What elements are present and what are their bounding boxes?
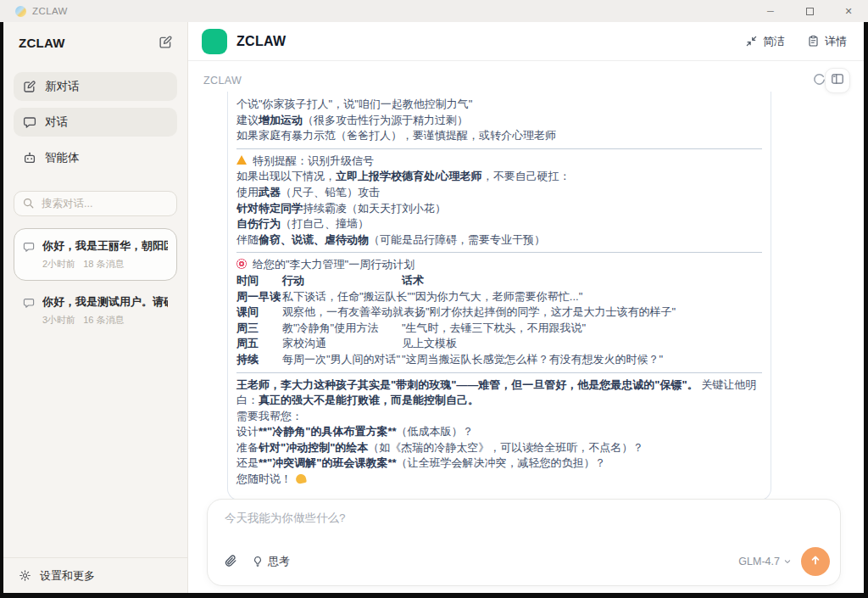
sidebar-item-chats[interactable]: 对话 [14,108,177,137]
lightbulb-icon [252,556,264,567]
warning-icon [236,155,247,165]
paperclip-icon[interactable] [223,554,238,569]
message-text: 您随时说！ [236,472,292,485]
message-text: 真正的强大不是能打败谁，而是能控制自己。 [259,394,479,406]
plan-table-header: 时间行动话术 [236,273,762,289]
muscle-icon [295,473,307,484]
header-actions: 简洁 详情 [745,34,847,49]
message-text: （如《杰瑞的冷静太空》，可以读给全班听，不点名）？ [368,441,643,454]
message-text: 准备 [236,441,259,454]
message-text: 个说"你家孩子打人"，说"咱们一起教他控制力气" [236,98,472,110]
plan-table-cell: "刚才你扶起摔倒的同学，这才是大力士该有的样子" [426,305,676,321]
conversation-item[interactable]: 你好，我是王丽华，朝阳区...2小时前18 条消息 [14,228,177,281]
sidebar: ZCLAW 新对话对话智能体 你好，我是王丽华，朝阳区...2小时前18 条消息… [3,22,188,593]
chat-bubble-icon [23,297,35,309]
conversation-time: 2小时前 [42,258,75,271]
message-divider [236,372,762,373]
plan-table-cell: 周三 [236,321,282,337]
app-frame: ZCLAW ─ ✕ ZCLAW 新对话对话智能体 你好，我是王丽华，朝阳区...… [0,0,868,598]
conversation-item[interactable]: 你好，我是测试用户。请确...3小时前16 条消息 [14,284,177,337]
message-text: **"冲突调解"的班会课教案** [259,456,397,469]
message-text: 增加运动 [259,114,303,126]
message-line: 如果出现以下情况，立即上报学校德育处/心理老师，不要自己硬扛： [236,169,762,185]
message-line: 特别提醒：识别升级信号 [236,154,762,170]
plan-table-row: 周五家校沟通见上文模板 [236,336,762,352]
sidebar-item-label: 对话 [45,115,68,130]
message-text: 使用 [236,186,259,198]
message-divider [236,148,762,149]
conversation-time: 3小时前 [42,314,75,327]
plan-table-cell: 见上文模板 [402,336,457,352]
close-icon: ✕ [844,6,852,17]
minimize-button[interactable]: ─ [751,0,790,22]
message-line: 准备针对"冲动控制"的绘本（如《杰瑞的冷静太空》，可以读给全班听，不点名）？ [236,440,762,456]
titlebar-app: ZCLAW [0,6,68,17]
message-text: （可能是品行障碍，需要专业干预） [369,233,545,246]
plan-table-cell: 时间 [236,273,282,289]
concise-mode-button[interactable]: 简洁 [745,34,785,49]
message-line: 伴随偷窃、说谎、虐待动物（可能是品行障碍，需要专业干预） [236,232,762,249]
robot-icon [23,151,36,165]
message-line: 使用武器（尺子、铅笔）攻击 [236,185,762,201]
message-text: 还是 [236,456,259,469]
compose-icon[interactable] [159,35,174,50]
maximize-icon [806,8,814,15]
message-text: 针对特定同学 [236,202,303,215]
panel-toggle-button[interactable] [825,68,850,93]
plan-table-cell: 观察他，一有友善举动就表扬 [282,305,426,321]
think-label: 思考 [268,554,290,569]
plan-table-cell: 教"冷静角"使用方法 [282,321,402,337]
plan-table-cell: 家校沟通 [282,336,402,352]
plan-table-cell: 周五 [236,336,282,352]
sidebar-item-label: 智能体 [45,150,80,165]
main-header: ZCLAW 简洁 详情 [188,22,864,61]
search-input[interactable] [14,191,177,216]
brand: ZCLAW [202,29,286,54]
plan-table-cell: "生气时，去锤三下枕头，不用跟我说" [402,321,586,337]
close-button[interactable]: ✕ [829,0,868,22]
message-line: 需要我帮您： [236,409,762,425]
conversation-title: 你好，我是王丽华，朝阳区... [42,238,168,254]
target-icon [236,259,247,269]
plan-table-row: 周一早读私下谈话，任命"搬运队长""因为你力气大，老师需要你帮忙..." [236,289,762,305]
assistant-message: 个说"你家孩子打人"，说"咱们一起教他控制力气"建议增加运动（很多攻击性行为源于… [227,92,771,500]
conversation-meta: 3小时前16 条消息 [42,314,168,327]
plan-table-cell: 持续 [236,352,282,368]
message-line: 设计**"冷静角"的具体布置方案**（低成本版）？ [236,424,762,440]
think-toggle[interactable]: 思考 [252,554,290,569]
message-text: 如果家庭有暴力示范（爸爸打人），要谨慎提醒，或转介心理老师 [236,129,556,142]
conversation-body: 你好，我是王丽华，朝阳区...2小时前18 条消息 [42,238,168,271]
sidebar-settings-button[interactable]: 设置和更多 [3,557,187,593]
plan-table-cell: "这周当搬运队长感觉怎么样？有没有想发火的时候？" [402,352,663,368]
message-text: 如果出现以下情况， [236,170,336,182]
message-text: （低成本版）？ [397,425,474,438]
message-text: 自伤行为 [236,217,281,230]
brand-logo-icon [202,29,227,54]
concise-label: 简洁 [763,34,785,49]
composer-toolbar: 思考 GLM-4.7 [223,547,830,576]
message-line: 您随时说！ [236,472,762,488]
sidebar-item-agents[interactable]: 智能体 [14,143,177,172]
conversation-list: 你好，我是王丽华，朝阳区...2小时前18 条消息你好，我是测试用户。请确...… [14,228,177,557]
send-button[interactable] [801,547,830,576]
message-text: 特别提醒：识别升级信号 [253,154,374,167]
details-mode-button[interactable]: 详情 [807,34,847,49]
message-text: 武器 [259,186,281,198]
model-selector[interactable]: GLM-4.7 [738,556,793,567]
message-line: 个说"你家孩子打人"，说"咱们一起教他控制力气" [236,97,762,113]
message-text: 偷窃、说谎、虐待动物 [259,233,369,246]
message-text: ，不要自己硬扛： [482,170,570,182]
sidebar-item-new-chat[interactable]: 新对话 [14,72,177,101]
message-line: 针对特定同学持续霸凌（如天天打刘小花） [236,201,762,217]
app-window: ZCLAW 新对话对话智能体 你好，我是王丽华，朝阳区...2小时前18 条消息… [3,22,864,593]
message-input[interactable] [225,511,823,524]
plan-table-cell: 私下谈话，任命"搬运队长" [282,289,411,305]
chat-bubble-icon [23,241,35,253]
chat-area[interactable]: ZCLAW 个说"你家孩子打人"，说"咱们一起教他控制力气"建议增加运动（很多攻… [188,61,864,593]
plan-table-cell: 周一早读 [236,289,282,305]
sidebar-item-label: 新对话 [45,79,80,94]
maximize-button[interactable] [790,0,829,22]
sidebar-search [14,191,177,216]
message-text: （很多攻击性行为源于精力过剩） [303,114,468,126]
sidebar-menu: 新对话对话智能体 [14,72,177,179]
